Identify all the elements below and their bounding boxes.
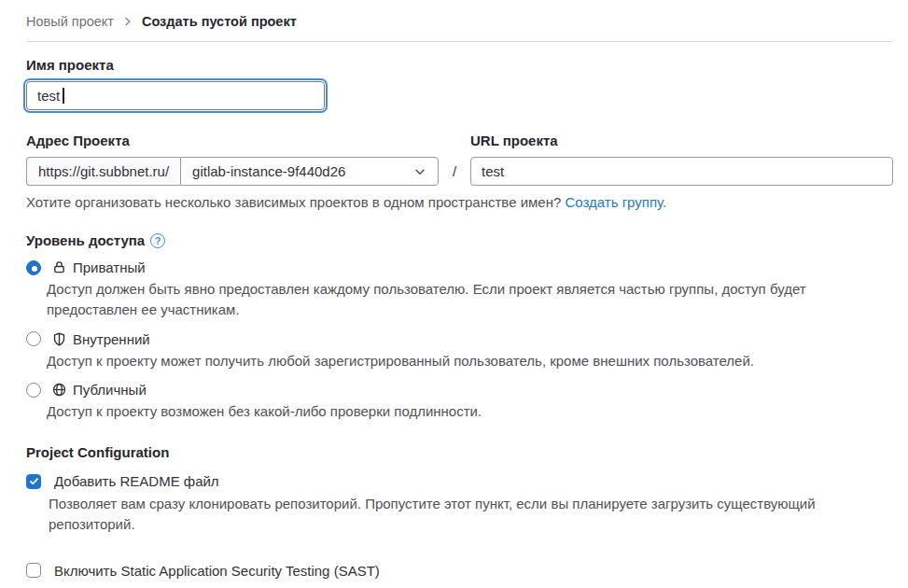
learn-more-link[interactable]: Learn more.	[500, 585, 576, 588]
lock-icon	[52, 260, 66, 274]
project-address-group: https://git.subbnet.ru/ gitlab-instance-…	[26, 157, 439, 186]
readme-label: Добавить README файл	[54, 473, 219, 489]
path-separator: /	[439, 157, 470, 186]
readme-option: Добавить README файл Позволяет вам сразу…	[26, 473, 893, 535]
sast-checkbox[interactable]	[26, 563, 41, 578]
globe-icon	[52, 383, 66, 397]
radio-internal[interactable]	[26, 331, 41, 346]
visibility-section: Уровень доступа ? Приватный Доступ долже…	[26, 232, 893, 422]
create-project-page: Новый проект Создать пустой проект Имя п…	[0, 0, 908, 588]
sast-description-text: Проанализируйте исходный код на наличие …	[49, 585, 496, 588]
breadcrumb-new-project[interactable]: Новый проект	[26, 14, 114, 29]
visibility-internal-label: Внутренний	[73, 331, 150, 347]
visibility-option-private: Приватный Доступ должен быть явно предос…	[26, 259, 893, 320]
breadcrumb: Новый проект Создать пустой проект	[26, 0, 893, 41]
namespace-dropdown-value: gitlab-instance-9f440d26	[192, 163, 345, 179]
readme-description: Позволяет вам сразу клонировать репозито…	[49, 494, 870, 535]
project-address-column: Адрес Проекта https://git.subbnet.ru/ gi…	[26, 133, 439, 186]
sast-label: Включить Static Application Security Tes…	[54, 563, 380, 579]
configuration-section: Project Configuration Добавить README фа…	[26, 444, 893, 588]
create-group-link[interactable]: Создать группу.	[565, 194, 666, 210]
visibility-internal-description: Доступ к проекту может получить любой за…	[47, 351, 868, 371]
form-content: Имя проекта Адрес Проекта https://git.su…	[26, 57, 893, 588]
project-name-section: Имя проекта	[26, 57, 893, 110]
readme-checkbox[interactable]	[26, 474, 41, 489]
visibility-public-description: Доступ к проекту возможен без какой-либо…	[47, 401, 868, 422]
visibility-public-radio-row[interactable]: Публичный	[26, 382, 893, 398]
visibility-label-text: Уровень доступа	[26, 232, 145, 248]
visibility-internal-radio-row[interactable]: Внутренний	[26, 331, 893, 347]
configuration-section-label: Project Configuration	[26, 444, 169, 460]
project-slug-column: URL проекта	[470, 133, 893, 186]
project-address-label: Адрес Проекта	[26, 133, 439, 148]
readme-checkbox-row[interactable]: Добавить README файл	[26, 473, 893, 489]
visibility-public-label: Публичный	[73, 382, 147, 398]
visibility-private-description: Доступ должен быть явно предоставлен каж…	[47, 279, 868, 320]
radio-private[interactable]	[26, 260, 41, 275]
chevron-right-icon	[123, 17, 133, 26]
project-slug-label: URL проекта	[470, 133, 893, 148]
header-divider	[26, 41, 893, 42]
visibility-private-radio-row[interactable]: Приватный	[26, 259, 893, 275]
radio-public[interactable]	[26, 383, 41, 398]
visibility-section-label: Уровень доступа ?	[26, 232, 165, 248]
project-name-input[interactable]	[26, 81, 325, 110]
shield-icon	[52, 332, 66, 346]
sast-checkbox-row[interactable]: Включить Static Application Security Tes…	[26, 563, 893, 579]
visibility-option-public: Публичный Доступ к проекту возможен без …	[26, 382, 893, 422]
visibility-private-label: Приватный	[73, 259, 146, 275]
url-prefix: https://git.subbnet.ru/	[26, 157, 180, 186]
namespace-dropdown[interactable]: gitlab-instance-9f440d26	[180, 157, 439, 186]
namespace-help: Хотите организовать несколько зависимых …	[26, 194, 893, 210]
help-question-icon[interactable]: ?	[150, 233, 165, 248]
text-cursor	[63, 88, 64, 104]
namespace-help-text: Хотите организовать несколько зависимых …	[26, 194, 561, 210]
visibility-option-internal: Внутренний Доступ к проекту может получи…	[26, 331, 893, 371]
project-slug-input[interactable]	[470, 157, 893, 186]
project-name-label: Имя проекта	[26, 57, 893, 73]
project-name-input-wrap	[26, 81, 325, 110]
project-url-row: Адрес Проекта https://git.subbnet.ru/ gi…	[26, 133, 893, 186]
breadcrumb-current: Создать пустой проект	[142, 14, 297, 29]
sast-description: Проанализируйте исходный код на наличие …	[49, 583, 870, 588]
chevron-down-icon	[413, 165, 426, 178]
sast-option: Включить Static Application Security Tes…	[26, 563, 893, 588]
